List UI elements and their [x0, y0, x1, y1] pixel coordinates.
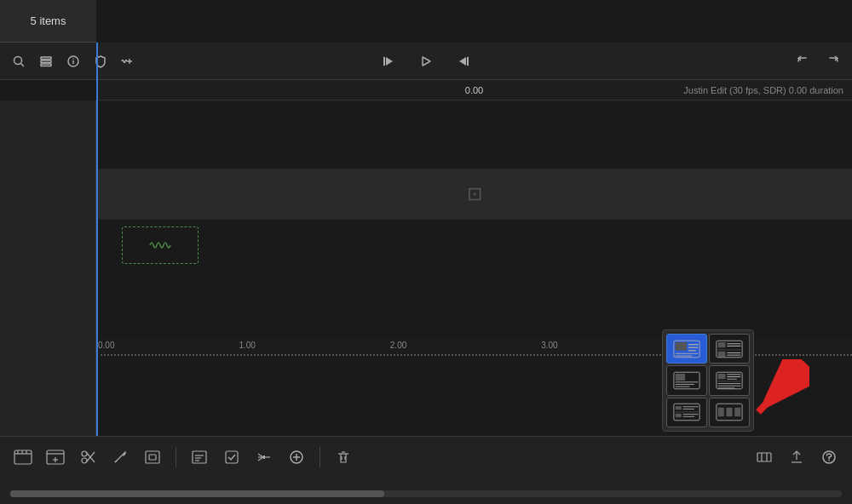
- clip-button[interactable]: [10, 444, 36, 470]
- pen-button[interactable]: [107, 444, 133, 470]
- svg-rect-40: [263, 455, 265, 459]
- toolbar: [0, 43, 852, 80]
- svg-rect-4: [41, 64, 51, 66]
- delete-button[interactable]: [331, 444, 356, 470]
- svg-rect-13: [467, 57, 469, 66]
- svg-marker-14: [459, 57, 466, 66]
- audio-clip[interactable]: [122, 226, 199, 264]
- search-button[interactable]: [7, 49, 31, 73]
- svg-rect-92: [726, 408, 732, 417]
- resize-button[interactable]: [751, 444, 777, 470]
- blade-button[interactable]: [75, 444, 101, 470]
- timecode-display: 0.00: [465, 85, 483, 95]
- svg-line-1: [21, 63, 25, 66]
- svg-rect-10: [383, 57, 385, 66]
- svg-rect-46: [757, 453, 771, 461]
- svg-marker-11: [386, 57, 393, 66]
- skip-to-start-button[interactable]: [377, 49, 400, 73]
- svg-line-29: [115, 461, 117, 462]
- svg-rect-83: [676, 406, 682, 410]
- text-button[interactable]: [187, 444, 212, 470]
- shield-button[interactable]: [89, 49, 112, 73]
- items-count-label: 5 items: [31, 14, 66, 27]
- skip-to-end-button[interactable]: [452, 49, 475, 73]
- svg-point-0: [14, 56, 22, 64]
- svg-point-24: [82, 451, 87, 456]
- add-clip-button[interactable]: [43, 444, 68, 470]
- bottom-toolbar: [0, 436, 852, 504]
- playback-controls: [377, 49, 475, 73]
- red-arrow-indicator: [741, 359, 809, 427]
- export-button[interactable]: [784, 444, 809, 470]
- playhead-top: [96, 43, 98, 102]
- view-options-popup[interactable]: [662, 329, 754, 432]
- svg-rect-65: [718, 351, 726, 356]
- redo-button[interactable]: [821, 49, 845, 73]
- svg-rect-69: [676, 374, 686, 381]
- ruler-mark-1: 1.00: [239, 341, 255, 350]
- history-controls: [791, 49, 845, 73]
- ruler-mark-2: 2.00: [390, 341, 406, 350]
- svg-point-7: [72, 58, 74, 60]
- items-count-bar: 5 items: [0, 0, 96, 43]
- transform-button[interactable]: [140, 444, 165, 470]
- separator-1: [176, 447, 176, 467]
- list-view-button[interactable]: [34, 49, 58, 73]
- ruler-mark-0: 0.00: [98, 341, 114, 350]
- svg-rect-54: [676, 342, 687, 351]
- separator-2: [320, 447, 320, 467]
- undo-button[interactable]: [791, 49, 815, 73]
- checkbox-button[interactable]: [219, 444, 245, 470]
- add-button[interactable]: [284, 444, 309, 470]
- svg-rect-2: [41, 57, 51, 60]
- video-track: ⊡: [96, 169, 852, 220]
- svg-rect-3: [41, 60, 51, 63]
- scrollbar-thumb[interactable]: [10, 490, 384, 497]
- waveform-plus-button[interactable]: [116, 49, 140, 73]
- timecode-bar: 0.00 Justin Edit (30 fps, SDR) 0.00 dura…: [96, 80, 852, 100]
- svg-rect-91: [718, 408, 724, 417]
- svg-rect-31: [149, 455, 156, 460]
- empty-track-icon: ⊡: [467, 183, 482, 205]
- info-button[interactable]: [61, 49, 85, 73]
- svg-point-25: [82, 458, 87, 463]
- playhead[interactable]: [96, 100, 98, 436]
- edit-info: Justin Edit (30 fps, SDR) 0.00 duration: [683, 85, 843, 95]
- svg-rect-87: [676, 414, 682, 417]
- left-panel: [0, 100, 96, 436]
- play-button[interactable]: [414, 49, 438, 73]
- ruler-mark-3: 3.00: [541, 341, 557, 350]
- popup-view-medium-icon[interactable]: [666, 365, 707, 395]
- svg-rect-36: [226, 451, 238, 463]
- bottom-icons-row: [0, 437, 852, 478]
- popup-view-compact-icon[interactable]: [666, 398, 707, 427]
- svg-rect-93: [734, 408, 740, 417]
- svg-rect-15: [14, 450, 32, 464]
- popup-view-large-icon[interactable]: [666, 334, 707, 364]
- svg-rect-61: [718, 342, 726, 347]
- help-button[interactable]: [816, 444, 842, 470]
- svg-marker-12: [423, 57, 430, 66]
- svg-rect-74: [718, 374, 726, 379]
- svg-point-52: [828, 460, 830, 461]
- svg-rect-30: [146, 451, 159, 463]
- timeline-scrollbar[interactable]: [10, 490, 842, 497]
- svg-line-95: [758, 368, 801, 412]
- cut-button[interactable]: [251, 444, 277, 470]
- svg-rect-32: [193, 451, 206, 463]
